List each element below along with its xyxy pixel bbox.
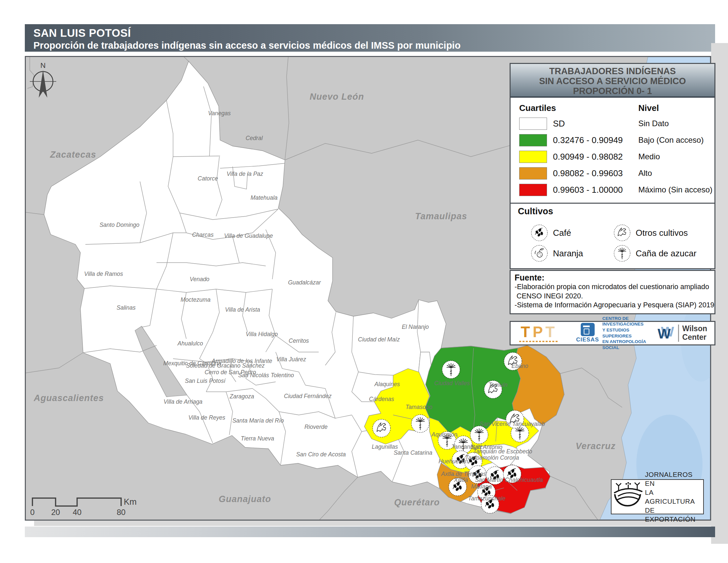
municipality-label: Axtla de Terrazas	[441, 471, 486, 477]
cultivo-item: Otros cultivos	[613, 224, 714, 242]
swatch-sin-dato	[519, 117, 547, 130]
state-label: Nuevo León	[310, 92, 364, 102]
fuente-line: CENSO INEGI 2020.	[515, 292, 711, 301]
legend-fuente: Fuente: -Elaboración propia con microdat…	[510, 270, 715, 314]
swatch-alto	[519, 167, 547, 179]
legend-row: 0.90949 - 0.98082 Medio	[511, 148, 714, 165]
municipality-label: Guadalcázar	[288, 279, 321, 286]
municipality-label: Salinas	[116, 305, 136, 311]
municipality-label: Villa de Arista	[225, 306, 260, 313]
cultivos-title: Cultivos	[518, 206, 714, 216]
state-label: Tamaulipas	[415, 211, 467, 221]
ciesas-icon	[581, 323, 595, 336]
legend: TRABAJADORES INDÍGENAS SIN ACCESO A SERV…	[510, 63, 715, 346]
municipality-label: San Martín Chalchicuautla	[475, 477, 543, 483]
wilson-text-line: Center	[682, 333, 707, 342]
legend-level: Máximo (Sin acceso)	[638, 185, 712, 194]
municipality-label: Ciudad Fernández	[284, 393, 332, 399]
legend-level: Medio	[638, 152, 660, 161]
cafe-icon	[530, 224, 548, 242]
cultivo-label: Caña de azucar	[636, 248, 697, 258]
naranja-icon	[530, 244, 548, 262]
scale-tick-label: 40	[73, 508, 82, 517]
legend-header-line: SIN ACCESO A SERVICIO MÉDICO	[511, 76, 714, 86]
municipality-label: Ahualulco	[177, 340, 203, 347]
municipality-label: Tierra Nueva	[241, 435, 274, 442]
jornaleros-logo-box: JORNALEROS EN LA AGRICULTURA DE EXPORTAC…	[611, 479, 704, 514]
municipality-label: San Luis Potosí	[185, 378, 226, 384]
ciesas-text-line: CENTRO DE INVESTIGACIONES	[602, 316, 658, 327]
municipality-label: Tamasopo	[405, 404, 432, 410]
swatch-bajo	[519, 134, 547, 146]
swatch-maximo	[519, 184, 547, 196]
municipality-label: Villa de Ramos	[84, 270, 123, 277]
otros-cultivos-icon	[613, 224, 631, 242]
state-label: Aguascalientes	[33, 393, 104, 403]
legend-cultivos: Cultivos Café Otros cultivos Naranja Cañ…	[511, 203, 714, 268]
municipality-label: Moctezuma	[181, 297, 211, 303]
cana-icon	[442, 361, 460, 379]
legend-header: TRABAJADORES INDÍGENAS SIN ACCESO A SERV…	[511, 64, 714, 98]
municipality-label: Vanegas	[208, 110, 231, 117]
cultivo-item: Café	[530, 224, 613, 242]
municipality-label: Venado	[190, 276, 209, 283]
municipality-label: Tamuín	[488, 382, 508, 388]
jornaleros-text: JORNALEROS EN LA AGRICULTURA DE EXPORTAC…	[645, 470, 703, 524]
municipality-label: Matlapa	[471, 483, 492, 490]
ciesas-text-line: Y ESTUDIOS SUPERIORES	[602, 327, 658, 339]
page-subtitle: Proporción de trabajadores indígenas sin…	[33, 40, 715, 51]
municipality-label: San Nicolás Tolentino	[238, 372, 294, 379]
municipality-label: Xilitla	[454, 477, 468, 483]
tpt-logo: TPT	[519, 324, 559, 342]
ciesas-acronym: CIESAS	[576, 337, 599, 343]
legend-row: 0.98082 - 0.99603 Alto	[511, 165, 714, 181]
page-title: SAN LUIS POTOSÍ	[33, 27, 715, 39]
ciesas-text-line: EN ANTROPOLOGÍA SOCIAL	[602, 339, 658, 351]
otros-icon	[373, 419, 390, 437]
municipality-label: Armadillo de los Infante	[211, 358, 272, 364]
municipality-label: Villa de la Paz	[227, 170, 263, 177]
map-shadow	[34, 521, 711, 526]
municipality-label: Santa Catarina	[394, 449, 432, 456]
cana-icon	[470, 426, 488, 444]
page: { "title": { "line1": "SAN LUIS POTOSÍ",…	[0, 0, 728, 563]
municipality-label: Zaragoza	[229, 393, 254, 400]
svg-text:Km: Km	[124, 497, 137, 507]
municipality-label: Villa Hidalgo	[246, 331, 278, 338]
cana-icon	[411, 415, 429, 433]
legend-range: SD	[553, 118, 638, 129]
municipality-label: Villa de Reyes	[188, 414, 225, 421]
wilson-center-logo: W W Wilson Center	[658, 325, 707, 342]
legend-quartiles: Cuartiles Nivel SD Sin Dato 0.32476 - 0.…	[511, 98, 714, 203]
state-label: Querétaro	[394, 497, 440, 507]
municipality-label: Cerritos	[289, 338, 309, 344]
municipality-label: El Naranjo	[402, 324, 429, 330]
cultivo-item: Naranja	[530, 244, 613, 262]
legend-range: 0.32476 - 0.90949	[553, 135, 638, 145]
svg-text:N: N	[40, 61, 46, 70]
municipality-label: Ébano	[512, 363, 528, 369]
legend-level: Alto	[638, 168, 652, 178]
legend-range: 0.90949 - 0.98082	[553, 152, 638, 162]
fuente-line: -Sistema de Información Agropecuaria y P…	[515, 301, 711, 310]
municipality-label: Tampamolón Corona	[465, 454, 519, 461]
legend-main-box: TRABAJADORES INDÍGENAS SIN ACCESO A SERV…	[510, 63, 715, 269]
legend-range: 0.98082 - 0.99603	[553, 168, 638, 178]
municipality-label: Ciudad Valles	[434, 380, 470, 387]
municipality-label: Villa de Guadalupe	[224, 232, 273, 239]
legend-col-cuartiles: Cuartiles	[519, 103, 638, 113]
legend-row: 0.32476 - 0.90949 Bajo (Con acceso)	[511, 132, 714, 148]
municipality-label: Santo Domingo	[100, 221, 140, 228]
municipality-label: Matehuala	[250, 194, 278, 201]
municipality-label: Ciudad del Maíz	[358, 336, 400, 343]
municipality-label: Tamazunchale	[468, 495, 505, 502]
legend-level: Sin Dato	[638, 119, 669, 128]
municipality-label: San Vicente Tancuayalab	[479, 421, 545, 427]
municipality-label: Rioverde	[304, 424, 328, 430]
municipality-label: Huehuetlán	[438, 458, 468, 465]
scale-tick-label: 0	[30, 508, 34, 517]
ciesas-logo: CIESAS CENTRO DE INVESTIGACIONES Y ESTUD…	[576, 316, 658, 351]
municipality-label: Charcas	[192, 231, 213, 238]
jornaleros-field-icon	[612, 481, 644, 513]
scale-tick-label: 20	[51, 508, 60, 517]
